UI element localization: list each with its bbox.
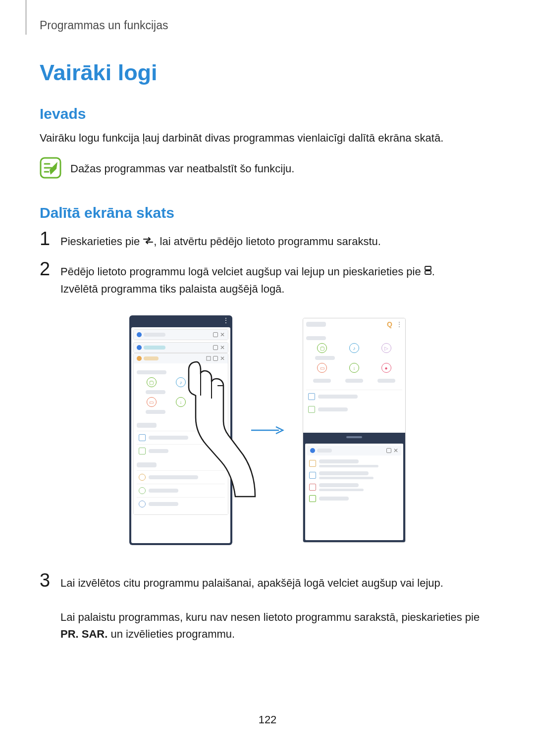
pin-icon [206, 356, 211, 361]
blur [313, 379, 331, 383]
music-icon: ♪ [176, 377, 186, 387]
split-icon [213, 345, 218, 350]
step3-text2-after: un izvēlieties programmu. [107, 628, 235, 640]
app-icon [137, 332, 142, 337]
note-icon [40, 157, 61, 181]
blur [377, 379, 395, 383]
list-item [137, 497, 225, 510]
card-tab: ✕ [134, 343, 228, 353]
recents-stack: ✕ ✕ [131, 327, 230, 543]
list-item [308, 457, 400, 469]
step-number: 2 [40, 259, 53, 278]
close-icon: ✕ [220, 345, 225, 351]
search-icon: Q [387, 320, 392, 328]
blur [317, 449, 332, 453]
step-2: 2 Pēdējo lietoto programmu logā velciet … [40, 259, 495, 298]
step-number: 1 [40, 229, 53, 248]
icon-row: ▭ ↓ ● [306, 363, 402, 373]
blur [144, 356, 159, 360]
icon-row: ▢ ♪ ▷ [137, 377, 225, 387]
phone-statusbar: ⋮ [129, 315, 232, 325]
more-icon: ⋮ [223, 317, 228, 324]
cloud2-icon [139, 501, 146, 507]
handle-icon [346, 436, 362, 438]
page-margin-line [26, 0, 26, 35]
note-text: Dažas programmas var neatbalstīt šo funk… [70, 162, 294, 175]
icon-row: ▢ ♪ ▷ [306, 343, 402, 353]
list-item [308, 469, 400, 481]
svg-rect-3 [207, 356, 211, 360]
blur [137, 423, 157, 428]
blur [149, 502, 178, 506]
breadcrumb: Programmas un funkcijas [40, 19, 495, 32]
rec-icon: ● [205, 397, 215, 407]
image-icon: ▢ [147, 377, 157, 387]
bottom-pane: ✕ [303, 442, 405, 542]
figure-area: ⋮ ✕ [40, 315, 495, 545]
split-icon [386, 448, 391, 453]
music-icon: ♪ [349, 343, 359, 353]
step1-text-after: , lai atvērtu pēdējo lietoto programmu s… [154, 235, 381, 248]
blur [319, 489, 364, 491]
blur [319, 465, 378, 467]
list-item [308, 493, 400, 504]
audio-icon [309, 472, 316, 479]
image-icon: ▢ [317, 343, 327, 353]
app-icon [137, 356, 142, 361]
blur [149, 475, 198, 479]
doc-icon: ▭ [147, 397, 157, 407]
device-icon [139, 434, 146, 441]
video-icon: ▷ [205, 377, 215, 387]
split-icon [213, 332, 218, 337]
phone-toolbar: Q ⋮ [303, 318, 405, 330]
blur [149, 449, 168, 453]
steps-list-continued: 3 Lai izvēlētos citu programmu palaišana… [40, 571, 495, 642]
file-icon [309, 460, 316, 467]
top-pane: ▢ ♪ ▷ ▭ ↓ ● [303, 330, 405, 433]
svg-rect-2 [425, 271, 431, 274]
step3-text1: Lai izvēlētos citu programmu palaišanai,… [60, 577, 443, 589]
list-item [306, 390, 402, 403]
sd-icon [308, 406, 315, 413]
blur [319, 497, 349, 501]
close-icon: ✕ [393, 448, 398, 454]
blur [318, 407, 348, 411]
blur [144, 333, 165, 337]
recent-card: ✕ [133, 342, 228, 353]
list-item [137, 484, 225, 497]
blur [137, 462, 157, 467]
arrow-right-icon [250, 425, 285, 435]
doc-icon: ▭ [317, 363, 327, 373]
steps-list: 1 Pieskarieties pie , lai atvērtu pēdējo… [40, 229, 495, 298]
blur [345, 379, 363, 383]
section-intro-heading: Ievads [40, 105, 495, 122]
blur [318, 395, 358, 399]
phone-left: ⋮ ✕ [129, 315, 232, 545]
drive-icon [139, 487, 146, 494]
card-tab: ✕ [134, 353, 228, 363]
rec-icon: ● [381, 363, 391, 373]
step-number: 3 [40, 571, 53, 590]
blur [149, 436, 188, 440]
cloud-icon [139, 474, 146, 481]
sd-icon [139, 448, 146, 454]
icon-row: ▭ ↓ ● [137, 397, 225, 407]
device-icon [308, 393, 315, 400]
svg-rect-1 [425, 266, 431, 270]
page-title: Vairāki logi [40, 60, 495, 86]
split-screen-icon [424, 263, 432, 280]
step-text: Lai izvēlētos citu programmu palaišanai,… [60, 575, 495, 642]
split-icon [213, 356, 218, 361]
blur [319, 477, 374, 479]
page-number: 122 [259, 713, 277, 726]
section-split-heading: Dalītā ekrāna skats [40, 204, 495, 221]
more-icon: ⋮ [396, 321, 402, 328]
download-icon: ↓ [176, 397, 186, 407]
list-item [308, 481, 400, 493]
blur [146, 390, 165, 394]
step2-text-before: Pēdējo lietoto programmu logā velciet au… [60, 265, 424, 278]
step-3: 3 Lai izvēlētos citu programmu palaišana… [40, 571, 495, 642]
app-icon [310, 448, 315, 453]
list-item [137, 470, 225, 484]
recent-card: ✕ [133, 329, 228, 340]
